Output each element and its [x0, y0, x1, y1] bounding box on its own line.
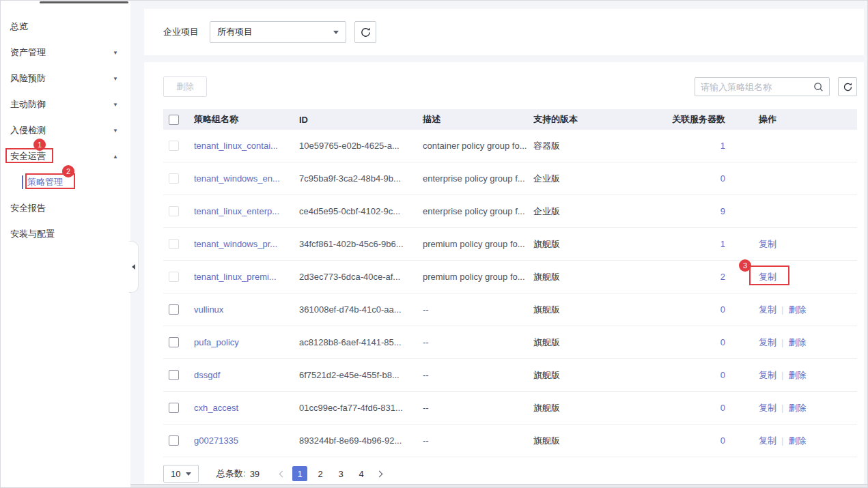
chevron-down-icon: ▼: [113, 102, 118, 108]
associated-servers-link[interactable]: 2: [720, 272, 725, 282]
chevron-down-icon: ▼: [113, 128, 118, 134]
filter-bar: 企业项目 所有项目: [144, 9, 864, 55]
sidebar-top-marker: [40, 1, 128, 3]
policy-group-name-link[interactable]: tenant_linux_contai...: [194, 141, 299, 151]
row-checkbox[interactable]: [169, 272, 179, 282]
policy-group-desc: premium policy group fo...: [423, 239, 533, 249]
next-page-button[interactable]: [372, 466, 387, 481]
page-3-button[interactable]: 3: [333, 466, 348, 481]
copy-link[interactable]: 复制: [759, 239, 776, 249]
table-row: tenant_linux_enterp...ce4d5e95-0cbf-4102…: [163, 195, 857, 228]
row-checkbox[interactable]: [169, 206, 179, 216]
row-checkbox[interactable]: [169, 304, 179, 315]
sidebar-item-overview[interactable]: 总览: [1, 14, 130, 40]
col-operation: 操作: [728, 113, 857, 126]
table-header: 策略组名称 ID 描述 支持的版本 关联服务器数 操作: [163, 109, 857, 130]
page-size-select[interactable]: 10: [163, 465, 199, 483]
associated-servers-link[interactable]: 0: [720, 403, 725, 413]
policy-group-name-link[interactable]: tenant_linux_premi...: [194, 272, 299, 282]
sidebar-item-intrusion-det[interactable]: 入侵检测▼: [1, 117, 130, 143]
sidebar-item-security-report[interactable]: 安全报告: [1, 195, 130, 221]
chevron-down-icon: [186, 472, 191, 476]
policy-group-id: 34fcf861-402b-45c6-9b6...: [299, 239, 423, 249]
operation-cell: 复制|删除: [728, 402, 857, 414]
policy-group-name-link[interactable]: tenant_windows_pr...: [194, 239, 299, 249]
associated-servers-link[interactable]: 1: [720, 239, 725, 249]
copy-link[interactable]: 复制: [759, 337, 776, 347]
policy-group-name-link[interactable]: tenant_windows_en...: [194, 173, 299, 184]
refresh-projects-button[interactable]: [354, 21, 376, 43]
sidebar-item-install-config[interactable]: 安装与配置: [1, 221, 130, 247]
sidebar-item-label: 安全报告: [10, 202, 46, 214]
delete-link[interactable]: 删除: [788, 370, 806, 380]
bottom-edge: [1, 484, 867, 487]
row-checkbox[interactable]: [169, 173, 179, 184]
copy-link[interactable]: 复制: [759, 435, 776, 446]
sidebar-item-policy-mgmt[interactable]: 策略管理: [1, 169, 130, 195]
associated-servers-link[interactable]: 0: [720, 337, 725, 347]
row-checkbox[interactable]: [169, 141, 179, 151]
copy-link[interactable]: 复制: [759, 272, 776, 282]
sidebar-collapse-handle[interactable]: [129, 241, 139, 293]
policy-group-name-link[interactable]: dssgdf: [194, 370, 299, 380]
search-input[interactable]: [695, 82, 813, 92]
associated-servers-link[interactable]: 1: [720, 141, 725, 151]
policy-group-id: 6f7521d2-e45e-455f-b8...: [299, 370, 423, 380]
supported-version: 容器版: [533, 140, 622, 152]
row-checkbox[interactable]: [169, 403, 179, 413]
select-all-checkbox[interactable]: [169, 115, 179, 125]
associated-servers-link[interactable]: 9: [720, 206, 725, 216]
row-checkbox[interactable]: [169, 337, 179, 347]
policy-group-name-link[interactable]: g00271335: [194, 435, 299, 446]
operation-cell: 复制|删除: [728, 435, 857, 447]
sidebar-item-asset-mgmt[interactable]: 资产管理▼: [1, 40, 130, 66]
page-2-button[interactable]: 2: [313, 466, 328, 481]
table-row: tenant_windows_pr...34fcf861-402b-45c6-9…: [163, 228, 857, 261]
chevron-down-icon: [333, 31, 339, 34]
policy-group-name-link[interactable]: vullinux: [194, 304, 299, 315]
policy-group-name-link[interactable]: pufa_policy: [194, 337, 299, 347]
supported-version: 旗舰版: [533, 369, 622, 382]
page-4-button[interactable]: 4: [354, 466, 369, 481]
policy-group-desc: --: [423, 337, 533, 347]
row-checkbox[interactable]: [169, 435, 179, 446]
copy-link[interactable]: 复制: [759, 304, 776, 315]
associated-servers-link[interactable]: 0: [720, 370, 725, 380]
sidebar-item-risk-prevent[interactable]: 风险预防▼: [1, 66, 130, 91]
operation-cell: 复制|删除: [728, 304, 857, 316]
page-1-button[interactable]: 1: [292, 466, 307, 481]
chevron-right-icon: [376, 470, 382, 477]
enterprise-project-select[interactable]: 所有项目: [210, 21, 346, 43]
delete-button[interactable]: 删除: [163, 76, 207, 97]
associated-servers-link[interactable]: 0: [720, 173, 725, 184]
policy-group-name-link[interactable]: tenant_linux_enterp...: [194, 206, 299, 216]
copy-link[interactable]: 复制: [759, 370, 776, 380]
row-checkbox[interactable]: [169, 370, 179, 380]
delete-link[interactable]: 删除: [788, 435, 806, 446]
sidebar-item-label: 策略管理: [27, 176, 63, 188]
delete-link[interactable]: 删除: [788, 337, 806, 347]
sidebar-item-security-ops[interactable]: 安全运营▲: [1, 143, 130, 169]
delete-link[interactable]: 删除: [788, 403, 806, 413]
operation-cell: 复制|删除: [728, 369, 857, 382]
policy-group-id: 893244bf-8e69-4b96-92...: [299, 435, 423, 446]
sidebar-item-proactive-def[interactable]: 主动防御▼: [1, 91, 130, 117]
prev-page-button[interactable]: [275, 466, 290, 481]
col-id: ID: [299, 115, 423, 125]
operation-cell: 复制|删除: [728, 336, 857, 349]
policy-group-desc: premium policy group fo...: [423, 272, 533, 282]
operation-cell: 复制: [728, 238, 857, 250]
row-checkbox[interactable]: [169, 239, 179, 249]
policy-group-id: ce4d5e95-0cbf-4102-9c...: [299, 206, 423, 216]
search-icon[interactable]: [813, 82, 824, 92]
policy-group-name-link[interactable]: cxh_accest: [194, 403, 299, 413]
associated-servers-link[interactable]: 0: [720, 304, 725, 315]
col-desc: 描述: [423, 113, 533, 126]
operation-separator: |: [781, 304, 783, 315]
enterprise-project-value: 所有项目: [217, 26, 253, 38]
associated-servers-link[interactable]: 0: [720, 435, 725, 446]
refresh-table-button[interactable]: [838, 77, 857, 96]
delete-link[interactable]: 删除: [788, 304, 806, 315]
copy-link[interactable]: 复制: [759, 403, 776, 413]
table-row: tenant_linux_premi...2d3ec773-6dca-40ce-…: [163, 261, 857, 293]
